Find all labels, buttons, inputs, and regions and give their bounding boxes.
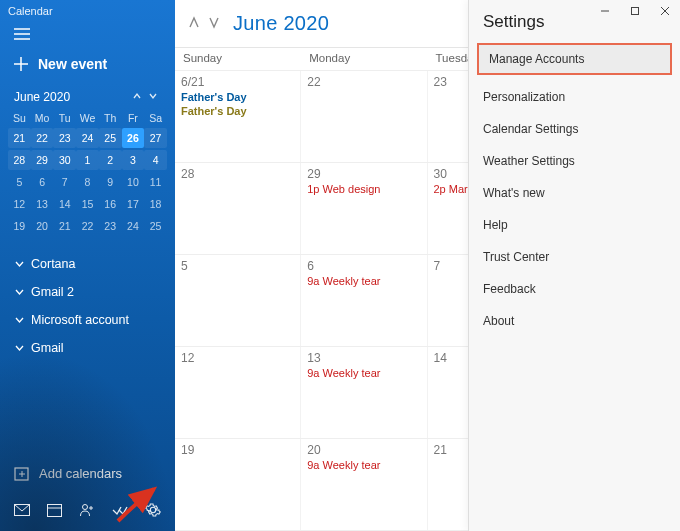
minimize-button[interactable] bbox=[590, 0, 620, 22]
svg-rect-1 bbox=[632, 8, 639, 15]
mini-cal-title: June 2020 bbox=[14, 90, 70, 104]
account-item[interactable]: Cortana bbox=[0, 250, 175, 278]
calendar-event[interactable]: Father's Day bbox=[181, 91, 294, 103]
month-title[interactable]: June 2020 bbox=[233, 12, 329, 35]
day-cell[interactable]: 5 bbox=[175, 255, 301, 346]
window-controls bbox=[590, 0, 680, 22]
settings-panel: Settings Manage AccountsPersonalizationC… bbox=[468, 0, 680, 531]
mini-cal-day[interactable]: 29 bbox=[31, 150, 54, 170]
settings-item[interactable]: Weather Settings bbox=[469, 145, 680, 177]
mini-cal-day[interactable]: 17 bbox=[122, 194, 145, 214]
mini-cal-day[interactable]: 22 bbox=[31, 128, 54, 148]
app-title: Calendar bbox=[0, 0, 175, 22]
day-cell[interactable]: 139a Weekly tear bbox=[301, 347, 427, 438]
mini-cal-day[interactable]: 4 bbox=[144, 150, 167, 170]
mini-cal-day[interactable]: 20 bbox=[31, 216, 54, 236]
mini-cal-day[interactable]: 24 bbox=[76, 128, 99, 148]
day-cell[interactable]: 28 bbox=[175, 163, 301, 254]
mini-cal-day[interactable]: 24 bbox=[122, 216, 145, 236]
day-number: 19 bbox=[181, 443, 294, 457]
day-number: 12 bbox=[181, 351, 294, 365]
calendar-event[interactable]: 9a Weekly tear bbox=[307, 459, 420, 471]
new-event-button[interactable]: New event bbox=[0, 46, 175, 84]
account-item[interactable]: Gmail bbox=[0, 334, 175, 362]
day-cell[interactable]: 6/21Father's DayFather's Day bbox=[175, 71, 301, 162]
mini-cal-day[interactable]: 2 bbox=[99, 150, 122, 170]
calendar-event[interactable]: 1p Web design bbox=[307, 183, 420, 195]
settings-item[interactable]: Trust Center bbox=[469, 241, 680, 273]
mini-cal-day[interactable]: 30 bbox=[53, 150, 76, 170]
day-number: 20 bbox=[307, 443, 420, 457]
mini-cal-day[interactable]: 23 bbox=[99, 216, 122, 236]
hamburger-icon[interactable] bbox=[0, 22, 175, 46]
settings-item[interactable]: About bbox=[469, 305, 680, 337]
mini-cal-day[interactable]: 21 bbox=[8, 128, 31, 148]
mini-cal-day[interactable]: 25 bbox=[144, 216, 167, 236]
mini-cal-day[interactable]: 28 bbox=[8, 150, 31, 170]
add-calendars-label: Add calendars bbox=[39, 466, 122, 481]
mini-cal-day[interactable]: 23 bbox=[53, 128, 76, 148]
day-cell[interactable]: 12 bbox=[175, 347, 301, 438]
mini-cal-day[interactable]: 11 bbox=[144, 172, 167, 192]
calendar-event[interactable]: 9a Weekly tear bbox=[307, 367, 420, 379]
day-number: 13 bbox=[307, 351, 420, 365]
add-calendars-button[interactable]: Add calendars bbox=[0, 456, 175, 491]
settings-item[interactable]: Feedback bbox=[469, 273, 680, 305]
day-number: 6/21 bbox=[181, 75, 294, 89]
plus-icon bbox=[14, 57, 28, 71]
mini-cal-day[interactable]: 3 bbox=[122, 150, 145, 170]
settings-item[interactable]: Personalization bbox=[469, 81, 680, 113]
mini-cal-dow: Su bbox=[8, 110, 31, 126]
day-number: 29 bbox=[307, 167, 420, 181]
todo-icon[interactable] bbox=[107, 499, 133, 521]
day-cell[interactable]: 19 bbox=[175, 439, 301, 530]
calendar-event[interactable]: 9a Weekly tear bbox=[307, 275, 420, 287]
calendar-event[interactable]: Father's Day bbox=[181, 105, 294, 117]
mini-cal-next[interactable] bbox=[145, 90, 161, 104]
mini-cal-day[interactable]: 12 bbox=[8, 194, 31, 214]
mini-cal-day[interactable]: 1 bbox=[76, 150, 99, 170]
mini-cal-day[interactable]: 19 bbox=[8, 216, 31, 236]
mini-cal-day[interactable]: 25 bbox=[99, 128, 122, 148]
mail-icon[interactable] bbox=[9, 499, 35, 521]
mini-cal-day[interactable]: 5 bbox=[8, 172, 31, 192]
chevron-down-icon bbox=[14, 343, 25, 354]
day-cell[interactable]: 209a Weekly tear bbox=[301, 439, 427, 530]
mini-cal-day[interactable]: 27 bbox=[144, 128, 167, 148]
mini-cal-day[interactable]: 8 bbox=[76, 172, 99, 192]
people-icon[interactable] bbox=[74, 499, 100, 521]
settings-item[interactable]: Calendar Settings bbox=[469, 113, 680, 145]
prev-period[interactable] bbox=[185, 12, 203, 35]
settings-item[interactable]: Manage Accounts bbox=[477, 43, 672, 75]
settings-item[interactable]: What's new bbox=[469, 177, 680, 209]
mini-cal-day[interactable]: 15 bbox=[76, 194, 99, 214]
mini-cal-day[interactable]: 7 bbox=[53, 172, 76, 192]
mini-cal-day[interactable]: 9 bbox=[99, 172, 122, 192]
day-cell[interactable]: 22 bbox=[301, 71, 427, 162]
settings-item[interactable]: Help bbox=[469, 209, 680, 241]
account-item[interactable]: Gmail 2 bbox=[0, 278, 175, 306]
mini-cal-day[interactable]: 14 bbox=[53, 194, 76, 214]
account-label: Gmail 2 bbox=[31, 285, 74, 299]
maximize-button[interactable] bbox=[620, 0, 650, 22]
mini-cal-day[interactable]: 21 bbox=[53, 216, 76, 236]
mini-cal-prev[interactable] bbox=[129, 90, 145, 104]
calendar-icon[interactable] bbox=[42, 499, 68, 521]
mini-cal-day[interactable]: 22 bbox=[76, 216, 99, 236]
day-cell[interactable]: 69a Weekly tear bbox=[301, 255, 427, 346]
mini-cal-day[interactable]: 26 bbox=[122, 128, 145, 148]
mini-cal-day[interactable]: 6 bbox=[31, 172, 54, 192]
close-button[interactable] bbox=[650, 0, 680, 22]
day-number: 6 bbox=[307, 259, 420, 273]
chevron-down-icon bbox=[14, 259, 25, 270]
mini-cal-day[interactable]: 10 bbox=[122, 172, 145, 192]
mini-cal-day[interactable]: 18 bbox=[144, 194, 167, 214]
svg-rect-13 bbox=[48, 505, 62, 517]
mini-cal-dow: Th bbox=[99, 110, 122, 126]
account-item[interactable]: Microsoft account bbox=[0, 306, 175, 334]
mini-cal-day[interactable]: 16 bbox=[99, 194, 122, 214]
day-cell[interactable]: 291p Web design bbox=[301, 163, 427, 254]
next-period[interactable] bbox=[205, 12, 223, 35]
mini-cal-day[interactable]: 13 bbox=[31, 194, 54, 214]
settings-icon[interactable] bbox=[140, 499, 166, 521]
